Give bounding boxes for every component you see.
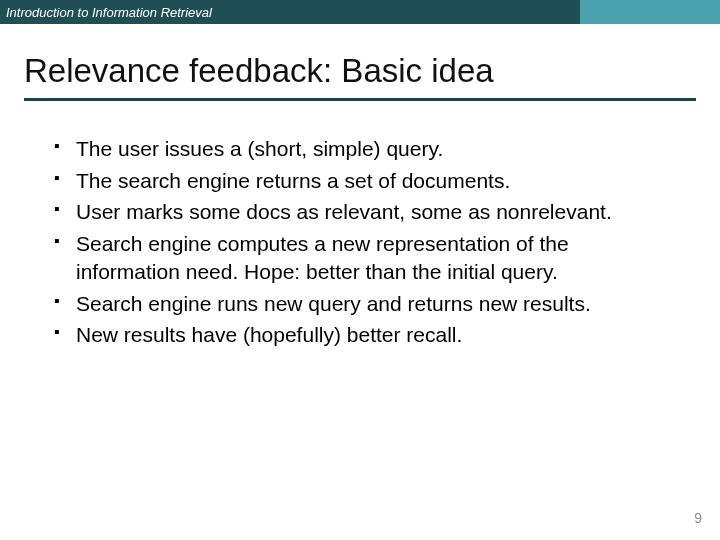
list-item: New results have (hopefully) better reca…	[54, 321, 676, 349]
slide-title: Relevance feedback: Basic idea	[24, 52, 696, 101]
list-item: The user issues a (short, simple) query.	[54, 135, 676, 163]
list-item: The search engine returns a set of docum…	[54, 167, 676, 195]
list-item: User marks some docs as relevant, some a…	[54, 198, 676, 226]
course-title: Introduction to Information Retrieval	[6, 5, 212, 20]
header-bar: Introduction to Information Retrieval	[0, 0, 720, 24]
list-item: Search engine runs new query and returns…	[54, 290, 676, 318]
slide: Introduction to Information Retrieval Re…	[0, 0, 720, 540]
header-bar-dark: Introduction to Information Retrieval	[0, 0, 580, 24]
header-bar-accent	[580, 0, 720, 24]
list-item: Search engine computes a new representat…	[54, 230, 676, 285]
bullet-list: The user issues a (short, simple) query.…	[54, 135, 676, 349]
title-container: Relevance feedback: Basic idea	[0, 24, 720, 101]
page-number: 9	[694, 510, 702, 526]
slide-body: The user issues a (short, simple) query.…	[0, 101, 720, 349]
